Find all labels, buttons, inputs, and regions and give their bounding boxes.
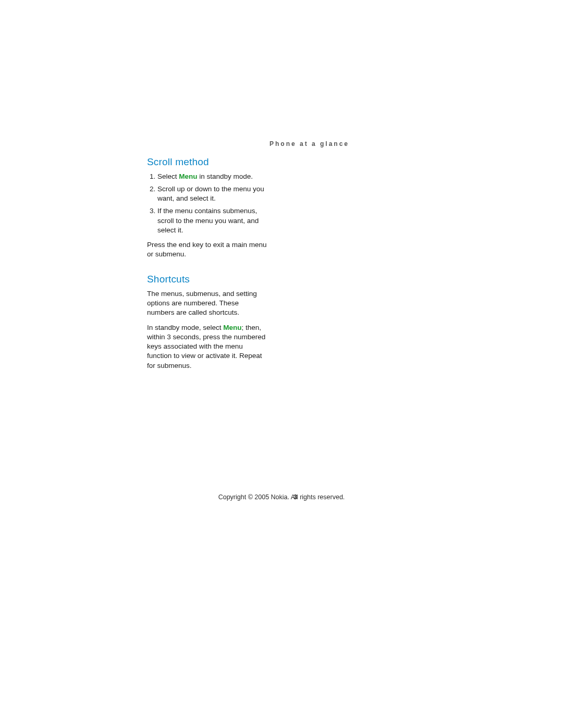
scroll-steps-list: Select Menu in standby mode. Scroll up o… <box>147 172 268 235</box>
scroll-step-1-post: in standby mode. <box>198 172 253 180</box>
scroll-step-2: Scroll up or down to the menu you want, … <box>157 184 268 203</box>
scroll-step-1: Select Menu in standby mode. <box>157 172 268 181</box>
menu-keyword: Menu <box>179 172 197 180</box>
heading-shortcuts: Shortcuts <box>147 273 268 286</box>
shortcuts-p2-pre: In standby mode, select <box>147 324 223 331</box>
menu-keyword: Menu <box>223 324 241 331</box>
heading-scroll-method: Scroll method <box>147 155 268 169</box>
scroll-step-3: If the menu contains submenus, scroll to… <box>157 206 268 235</box>
footer-copyright: Copyright © 2005 Nokia. All rights reser… <box>0 493 563 501</box>
shortcuts-paragraph-2: In standby mode, select Menu; then, with… <box>147 323 268 371</box>
document-page: Phone at a glance Scroll method Select M… <box>0 0 563 728</box>
running-head: Phone at a glance <box>270 140 349 147</box>
page-number: 3 <box>293 493 297 501</box>
scroll-step-1-pre: Select <box>157 172 179 180</box>
scroll-note: Press the end key to exit a main menu or… <box>147 240 268 259</box>
page-content: Scroll method Select Menu in standby mod… <box>147 155 268 376</box>
shortcuts-paragraph-1: The menus, submenus, and setting options… <box>147 289 268 318</box>
